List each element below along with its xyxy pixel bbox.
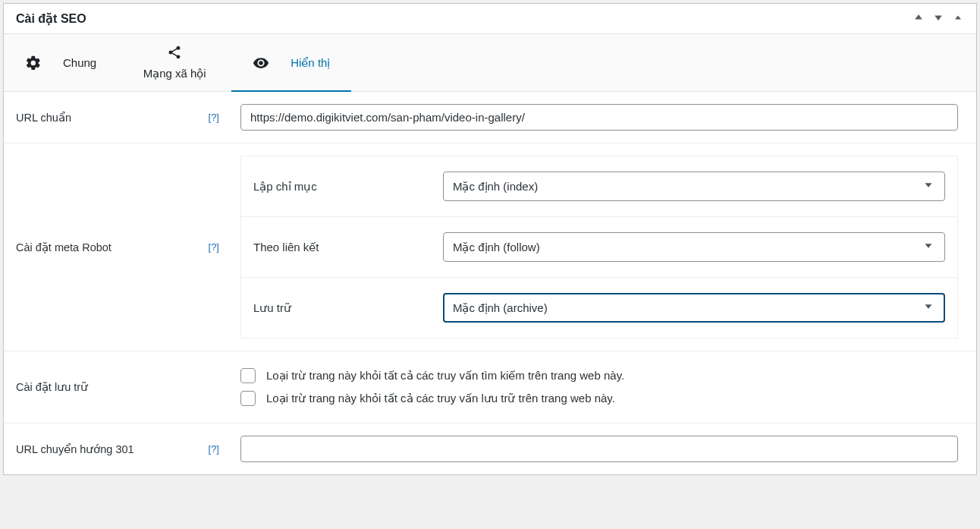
label-cell: URL chuẩn [?] [4,92,231,143]
checkbox-icon[interactable] [240,368,256,383]
tab-general[interactable]: Chung [4,34,118,91]
help-icon[interactable]: [?] [209,112,219,123]
checkbox-label: Loại trừ trang này khỏi tất cả các truy … [266,392,615,405]
field-label: URL chuẩn [16,112,71,124]
panel-header: Cài đặt SEO [4,4,976,34]
sub-label: Lưu trữ [253,301,443,315]
label-cell: Cài đặt meta Robot [?] [4,143,231,351]
field-label: Cài đặt meta Robot [16,241,112,253]
label-cell: URL chuyển hướng 301 [?] [4,424,231,474]
panel-actions [912,11,964,26]
tabs: Chung Mạng xã hội Hiển thị [4,34,976,92]
checkbox-label: Loại trừ trang này khỏi tất cả các truy … [266,369,624,383]
robots-subgrid: Lập chỉ mục Mặc định (index) Theo liên k… [240,156,958,338]
archive-select[interactable]: Mặc định (archive) [443,293,945,323]
tab-label: Mạng xã hội [143,67,206,80]
move-up-icon[interactable] [912,11,925,26]
subrow-index: Lập chỉ mục Mặc định (index) [241,156,957,217]
share-icon [167,45,182,62]
redirect-url-input[interactable] [240,436,958,462]
field-label: Cài đặt lưu trữ [16,381,88,393]
tab-social[interactable]: Mạng xã hội [118,34,231,91]
eye-icon [253,55,269,71]
seo-settings-panel: Cài đặt SEO Chung Mạng xã hội Hiển thị [3,3,977,475]
row-redirect-url: URL chuyển hướng 301 [?] [4,424,976,474]
select-value: Mặc định (index) [453,180,538,194]
chevron-down-icon [922,178,935,194]
select-value: Mặc định (follow) [453,241,540,254]
move-down-icon[interactable] [932,11,944,26]
sub-label: Theo liên kết [253,241,443,254]
exclude-archive-checkbox-row[interactable]: Loại trừ trang này khỏi tất cả các truy … [240,391,958,406]
select-value: Mặc định (archive) [453,301,548,315]
tab-label: Chung [63,56,96,69]
tab-display[interactable]: Hiển thị [231,34,351,91]
tab-label: Hiển thị [291,56,330,70]
index-select[interactable]: Mặc định (index) [443,172,945,201]
chevron-down-icon [922,300,935,316]
canonical-url-input[interactable] [240,104,958,131]
follow-select[interactable]: Mặc định (follow) [443,232,945,262]
row-archive-settings: Cài đặt lưu trữ Loại trừ trang này khỏi … [4,351,976,424]
toggle-collapse-icon[interactable] [952,11,964,26]
row-meta-robot: Cài đặt meta Robot [?] Lập chỉ mục Mặc đ… [4,143,976,351]
label-cell: Cài đặt lưu trữ [4,351,231,423]
panel-title: Cài đặt SEO [16,11,86,26]
sub-label: Lập chỉ mục [253,180,443,194]
help-icon[interactable]: [?] [209,443,219,455]
help-icon[interactable]: [?] [209,241,219,253]
row-canonical-url: URL chuẩn [?] [4,92,976,143]
gear-icon [25,55,42,71]
exclude-search-checkbox-row[interactable]: Loại trừ trang này khỏi tất cả các truy … [240,368,958,383]
subrow-archive: Lưu trữ Mặc định (archive) [241,278,957,338]
subrow-follow: Theo liên kết Mặc định (follow) [241,217,957,278]
checkbox-icon[interactable] [240,391,256,406]
chevron-down-icon [922,239,935,255]
field-label: URL chuyển hướng 301 [16,443,134,455]
